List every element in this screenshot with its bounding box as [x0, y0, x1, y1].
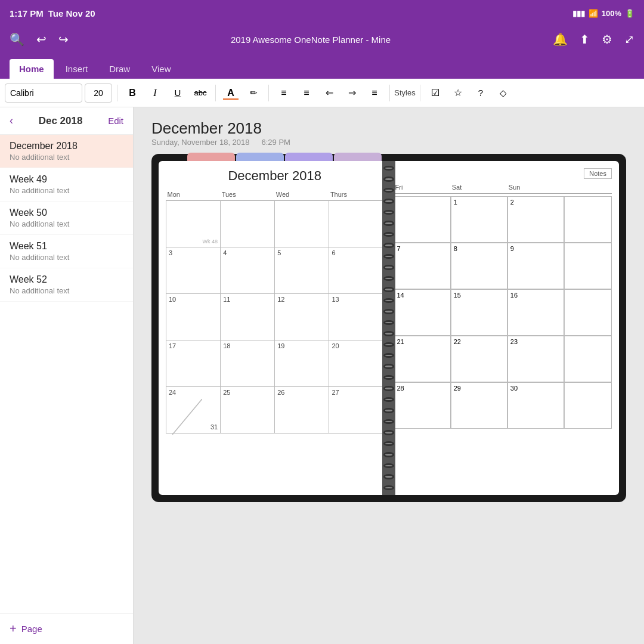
- notes-cell-0[interactable]: [564, 196, 612, 243]
- star-button[interactable]: ☆: [448, 83, 468, 103]
- sidebar: ‹ Dec 2018 Edit December 2018 No additio…: [0, 107, 134, 644]
- table-row[interactable]: 21: [394, 336, 451, 382]
- spiral-ring: [383, 265, 394, 270]
- table-row[interactable]: 11: [221, 294, 275, 340]
- table-row[interactable]: 18: [221, 340, 275, 387]
- table-row[interactable]: 30: [507, 382, 564, 429]
- table-row[interactable]: [275, 201, 329, 247]
- indent-button[interactable]: ⇒: [342, 83, 362, 103]
- table-row[interactable]: 20: [329, 340, 383, 387]
- day-num: 6: [332, 249, 335, 256]
- page-title: December 2018: [151, 119, 626, 138]
- share-icon[interactable]: ⬆: [580, 32, 590, 47]
- help-button[interactable]: ?: [470, 83, 491, 103]
- table-row[interactable]: 1: [451, 196, 507, 243]
- notes-cell-2[interactable]: [564, 289, 612, 336]
- content-area: December 2018 Sunday, November 18, 2018 …: [134, 107, 644, 644]
- day-num: 23: [510, 338, 518, 345]
- table-row[interactable]: 27: [329, 387, 383, 434]
- right-row-2: 14 15 16: [394, 289, 612, 336]
- page-meta: Sunday, November 18, 2018 6:29 PM: [151, 138, 626, 147]
- spiral-binding: [382, 161, 395, 495]
- table-row[interactable]: 17: [166, 340, 221, 387]
- notes-cell-4[interactable]: [564, 382, 612, 429]
- table-row[interactable]: 22: [451, 336, 507, 382]
- table-row[interactable]: 12: [275, 294, 329, 340]
- right-col-notes-spacer: [564, 181, 612, 194]
- table-row[interactable]: Wk 48: [166, 201, 221, 247]
- day-num: 3: [169, 249, 172, 256]
- add-page-button[interactable]: + Page: [0, 613, 133, 644]
- tag-button[interactable]: ◇: [493, 83, 513, 103]
- numbered-list-button[interactable]: ≡: [296, 83, 317, 103]
- font-selector[interactable]: [5, 83, 82, 103]
- sidebar-item-week50[interactable]: Week 50 No additional text: [0, 202, 133, 235]
- sidebar-item-december2018[interactable]: December 2018 No additional text: [0, 135, 133, 168]
- title-left-icons: 🔍 ↩ ↪: [10, 32, 69, 47]
- table-row[interactable]: [221, 201, 275, 247]
- underline-button[interactable]: U: [168, 83, 188, 103]
- table-row[interactable]: 19: [275, 340, 329, 387]
- right-calendar-rows: 1 2 7 8 9 14: [394, 196, 612, 429]
- sidebar-back-button[interactable]: ‹: [10, 114, 13, 127]
- settings-icon[interactable]: ⚙: [602, 32, 612, 47]
- outdent-button[interactable]: ⇐: [319, 83, 339, 103]
- strikethrough-button[interactable]: abc: [190, 83, 210, 103]
- table-row[interactable]: [329, 201, 383, 247]
- table-row[interactable]: 23: [507, 336, 564, 382]
- highlight-button[interactable]: ✏: [243, 83, 264, 103]
- sidebar-item-week49[interactable]: Week 49 No additional text: [0, 168, 133, 202]
- spiral-ring: [383, 375, 394, 380]
- table-row[interactable]: 8: [451, 243, 507, 289]
- table-row[interactable]: 7: [394, 243, 451, 289]
- table-row[interactable]: 6: [329, 247, 383, 294]
- table-row[interactable]: 2: [507, 196, 564, 243]
- table-row[interactable]: 15: [451, 289, 507, 336]
- undo-icon[interactable]: ↩: [36, 32, 47, 47]
- styles-button[interactable]: Styles: [395, 83, 415, 103]
- table-row[interactable]: 28: [394, 382, 451, 429]
- spiral-ring: [383, 199, 394, 203]
- table-row[interactable]: 9: [507, 243, 564, 289]
- spiral-ring: [383, 485, 394, 490]
- expand-icon[interactable]: ⤢: [624, 32, 634, 47]
- spiral-ring: [383, 221, 394, 225]
- time-display: 1:17 PM: [10, 8, 44, 18]
- table-row[interactable]: 16: [507, 289, 564, 336]
- table-row[interactable]: 4: [221, 247, 275, 294]
- right-row-0: 1 2: [394, 196, 612, 243]
- align-button[interactable]: ≡: [364, 83, 385, 103]
- table-row[interactable]: 26: [275, 387, 329, 434]
- checkbox-button[interactable]: ☑: [425, 83, 445, 103]
- font-size-input[interactable]: [85, 83, 112, 103]
- sidebar-item-week52[interactable]: Week 52 No additional text: [0, 268, 133, 302]
- sidebar-item-sub-4: No additional text: [10, 286, 123, 295]
- tab-insert[interactable]: Insert: [56, 59, 98, 79]
- table-row[interactable]: 14: [394, 289, 451, 336]
- table-row[interactable]: 3: [166, 247, 221, 294]
- redo-icon[interactable]: ↪: [58, 32, 69, 47]
- notes-cell-1[interactable]: [564, 243, 612, 289]
- tab-view[interactable]: View: [142, 59, 180, 79]
- font-color-button[interactable]: A: [221, 83, 241, 103]
- table-row[interactable]: 25: [221, 387, 275, 434]
- table-row[interactable]: 13: [329, 294, 383, 340]
- notes-cell-3[interactable]: [564, 336, 612, 382]
- italic-button[interactable]: I: [145, 83, 165, 103]
- bullet-list-button[interactable]: ≡: [274, 83, 294, 103]
- table-row[interactable]: 10: [166, 294, 221, 340]
- table-row[interactable]: 29: [451, 382, 507, 429]
- tab-draw[interactable]: Draw: [100, 59, 140, 79]
- search-icon[interactable]: 🔍: [10, 32, 24, 47]
- spiral-ring: [383, 320, 394, 325]
- notification-icon[interactable]: 🔔: [553, 32, 568, 47]
- spiral-ring: [383, 287, 394, 292]
- sidebar-edit-button[interactable]: Edit: [108, 116, 123, 126]
- tab-home[interactable]: Home: [10, 59, 54, 79]
- table-row[interactable]: 5: [275, 247, 329, 294]
- sidebar-item-week51[interactable]: Week 51 No additional text: [0, 235, 133, 268]
- right-row-1: 7 8 9: [394, 243, 612, 289]
- bold-button[interactable]: B: [122, 83, 143, 103]
- table-row[interactable]: [394, 196, 451, 243]
- table-row[interactable]: 24 31: [166, 387, 221, 434]
